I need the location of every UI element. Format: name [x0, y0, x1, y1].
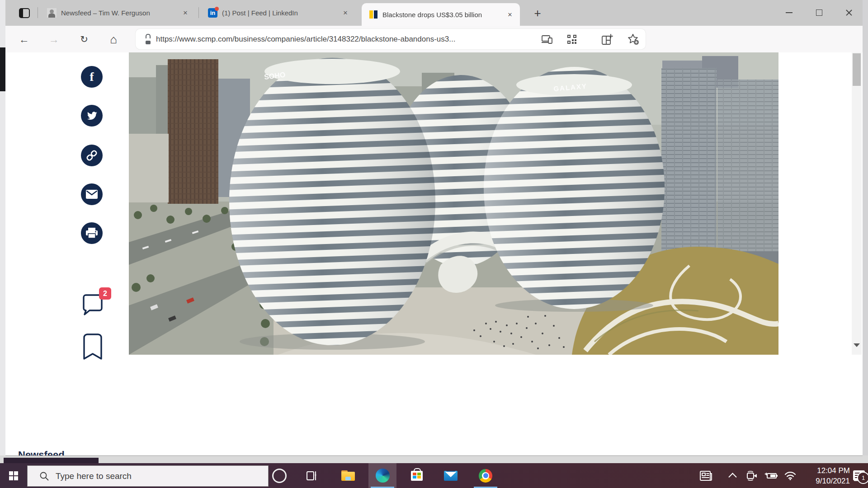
task-view-icon: [306, 470, 318, 482]
close-tab-icon[interactable]: ✕: [504, 8, 516, 21]
clipped-page-text: Newsfeed: [18, 449, 118, 455]
task-view-button[interactable]: [300, 463, 324, 488]
tab-scmp-active[interactable]: Blackstone drops US$3.05 billion ✕: [362, 3, 520, 26]
scrollbar-thumb[interactable]: [853, 53, 861, 86]
scrollbar-track[interactable]: [852, 52, 862, 355]
qr-code-icon[interactable]: [565, 33, 579, 46]
news-and-interests-button[interactable]: [696, 463, 716, 488]
mail-icon: [444, 471, 458, 481]
close-window-button[interactable]: [839, 5, 859, 21]
microsoft-store-button[interactable]: [404, 463, 429, 488]
printer-icon: [86, 228, 98, 239]
notification-count-badge: 1: [857, 472, 868, 484]
twitter-icon: [86, 110, 98, 121]
browser-toolbar: ← → ↻ ⌂ https://www.scmp.com/business/co…: [5, 26, 863, 53]
close-tab-icon[interactable]: ✕: [179, 7, 192, 19]
clock[interactable]: 12:04 PM 9/10/2021: [799, 463, 850, 488]
back-button[interactable]: ←: [16, 31, 32, 47]
article-hero-image: SOHO GALAXY: [129, 52, 778, 355]
share-print-button[interactable]: [81, 222, 103, 244]
refresh-button[interactable]: ↻: [76, 31, 92, 47]
store-icon: [411, 471, 423, 481]
windows-logo-icon: [9, 471, 18, 480]
link-icon: [85, 149, 98, 162]
split-screen-icon[interactable]: [600, 33, 614, 46]
bookmark-button[interactable]: [82, 333, 103, 361]
scrollbar-down-arrow[interactable]: [854, 343, 860, 347]
tab-separator: [38, 7, 38, 18]
close-tab-icon[interactable]: ✕: [339, 7, 352, 19]
wifi-icon: [784, 471, 796, 480]
edge-icon: [376, 469, 390, 483]
mail-button[interactable]: [438, 463, 464, 488]
newspaper-icon: [699, 470, 713, 482]
network-button[interactable]: [781, 463, 799, 488]
camera-icon: [746, 471, 759, 481]
comments-count-badge: 2: [99, 287, 111, 300]
notification-dot: [215, 7, 219, 11]
dome-left: SOHO: [229, 58, 435, 345]
desktop-strip: [0, 455, 868, 463]
taskbar-search-box[interactable]: Type here to search: [27, 465, 269, 487]
file-explorer-icon: [341, 470, 355, 481]
edge-taskbar-button[interactable]: [368, 463, 396, 488]
minimize-button[interactable]: [779, 5, 799, 21]
share-twitter-button[interactable]: [81, 105, 103, 127]
file-explorer-button[interactable]: [335, 463, 361, 488]
linkedin-favicon: in: [208, 8, 217, 18]
url-text: https://www.scmp.com/business/companies/…: [156, 35, 455, 44]
cortana-button[interactable]: [269, 463, 290, 488]
clock-date: 9/10/2021: [799, 476, 850, 486]
page-content: f: [5, 52, 863, 455]
background-window-strip: [863, 0, 868, 463]
bookmark-icon: [83, 333, 103, 360]
lock-icon[interactable]: [146, 34, 151, 44]
tab-title: (1) Post | Feed | LinkedIn: [222, 9, 336, 17]
battery-charging-icon: [764, 471, 778, 480]
tab-linkedin[interactable]: in (1) Post | Feed | LinkedIn ✕: [203, 0, 354, 26]
background-window-titlebar: [4, 458, 99, 463]
new-tab-button[interactable]: +: [530, 6, 545, 20]
show-hidden-icons-button[interactable]: [724, 463, 741, 488]
scmp-favicon: [369, 10, 378, 19]
taskbar: Type here to search: [0, 463, 868, 488]
search-placeholder: Type here to search: [56, 471, 132, 481]
share-email-button[interactable]: [81, 183, 103, 205]
meet-now-button[interactable]: [743, 463, 761, 488]
cortana-icon: [272, 469, 287, 483]
chrome-taskbar-button[interactable]: [472, 463, 500, 488]
home-button[interactable]: ⌂: [105, 31, 122, 47]
forward-button[interactable]: →: [46, 31, 62, 47]
portrait-favicon: [47, 8, 57, 18]
search-icon: [39, 471, 49, 481]
start-button[interactable]: [2, 463, 25, 488]
dome-right: GALAXY: [484, 67, 665, 309]
tab-actions-icon: [19, 8, 30, 18]
tab-separator: [198, 7, 199, 18]
battery-button[interactable]: [762, 463, 780, 488]
tab-newsfeed[interactable]: Newsfeed – Tim W. Ferguson ✕: [41, 0, 194, 26]
maximize-icon: [816, 9, 822, 16]
minimize-icon: [786, 12, 793, 13]
chevron-up-icon: [728, 473, 736, 481]
share-facebook-button[interactable]: f: [81, 66, 103, 88]
chrome-icon: [479, 469, 492, 483]
tab-bar: Newsfeed – Tim W. Ferguson ✕ in (1) Post…: [5, 0, 863, 26]
share-copy-link-button[interactable]: [81, 145, 103, 166]
background-window-sliver: [0, 47, 5, 91]
facebook-icon: f: [90, 70, 94, 84]
tab-actions-menu-button[interactable]: [17, 6, 32, 20]
tab-title: Blackstone drops US$3.05 billion: [382, 11, 500, 19]
maximize-button[interactable]: [809, 5, 829, 21]
tab-title: Newsfeed – Tim W. Ferguson: [61, 9, 176, 17]
add-favorite-star-icon[interactable]: [627, 33, 640, 46]
clock-time: 12:04 PM: [799, 465, 850, 476]
send-to-devices-icon[interactable]: [541, 33, 554, 46]
envelope-icon: [86, 190, 98, 199]
address-bar[interactable]: https://www.scmp.com/business/companies/…: [136, 29, 646, 49]
browser-window: Newsfeed – Tim W. Ferguson ✕ in (1) Post…: [5, 0, 863, 456]
